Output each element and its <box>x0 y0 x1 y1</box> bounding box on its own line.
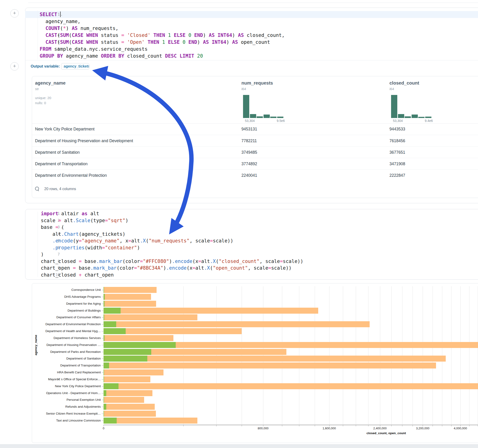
column-header-closed-count[interactable]: closed_count <box>390 81 419 86</box>
bar-closed-count[interactable] <box>104 390 152 396</box>
bar-closed-count[interactable] <box>104 397 144 403</box>
search-icon[interactable] <box>35 187 39 191</box>
bar-open-count[interactable] <box>104 287 104 293</box>
bar-open-count[interactable] <box>104 404 106 410</box>
bar-closed-count[interactable] <box>104 404 155 410</box>
code-text: .properties(width="container") <box>41 244 140 251</box>
histogram-bar <box>243 95 249 118</box>
column-dtype-closed-count: i64 <box>390 87 394 91</box>
python-gutter-separator <box>38 212 38 277</box>
code-line[interactable]: 8chart_closed = base.mark_bar(color="#FF… <box>25 258 478 265</box>
bar-open-count[interactable] <box>104 369 104 375</box>
code-line[interactable]: 7) <box>25 251 478 258</box>
bar-closed-count[interactable] <box>104 411 156 417</box>
x-axis-line <box>104 425 478 425</box>
bar-open-count[interactable] <box>104 349 151 355</box>
bar-closed-count[interactable] <box>104 308 318 314</box>
page-bottom-band <box>0 444 478 448</box>
sql-code-editor[interactable]: 1⌄SELECT 2 agency_name,3 COUNT(*) AS num… <box>25 11 478 60</box>
code-line[interactable]: 2scale = alt.Scale(type="sqrt") <box>25 217 478 224</box>
bar-open-count[interactable] <box>104 376 104 382</box>
y-axis-label: Operations Unit - Department of Hom… <box>32 391 101 395</box>
code-line[interactable]: 3⌄base = ( <box>25 224 478 231</box>
cell-closed-count: 3471908 <box>390 158 405 170</box>
bar-open-count[interactable] <box>104 383 119 389</box>
bar-open-count[interactable] <box>104 335 104 341</box>
bar-open-count[interactable] <box>104 397 104 403</box>
bar-open-count[interactable] <box>104 301 104 307</box>
bar-closed-count[interactable] <box>104 335 173 341</box>
code-line[interactable]: 5 .encode(y="agency_name", x=alt.X("num_… <box>25 237 478 244</box>
code-line[interactable]: 4 alt.Chart(agency_tickets) <box>25 231 478 238</box>
bar-closed-count[interactable] <box>104 383 478 389</box>
python-code-editor[interactable]: 1import altair as alt2scale = alt.Scale(… <box>25 210 478 278</box>
code-line[interactable]: 6 .properties(width="container") <box>25 244 478 251</box>
bar-closed-count[interactable] <box>104 314 197 320</box>
y-tick <box>102 324 103 324</box>
histogram-min-num-requests: 53,304 <box>245 119 255 123</box>
y-axis-label: Department of Homeless Services <box>32 336 101 340</box>
bar-open-count[interactable] <box>104 308 121 314</box>
bar-open-count[interactable] <box>104 417 117 423</box>
cell-num-requests: 3774892 <box>241 158 257 170</box>
fold-chevron-icon[interactable]: ⌄ <box>60 11 63 18</box>
table-row[interactable]: Department of Sanitation37494853677651 <box>32 146 478 158</box>
code-line[interactable]: 1import altair as alt <box>25 210 478 217</box>
table-row[interactable]: Department of Housing Preservation and D… <box>32 135 478 147</box>
code-line[interactable]: 10chart_closed + chart_open <box>25 272 478 278</box>
add-cell-button-output[interactable]: + <box>10 62 19 70</box>
bar-closed-count[interactable] <box>104 376 150 382</box>
bar-open-count[interactable] <box>104 390 106 396</box>
y-axis-label: Department of Transportation <box>32 364 101 367</box>
bar-open-count[interactable] <box>104 321 116 327</box>
y-tick <box>102 352 103 352</box>
code-text: chart_closed + chart_open <box>41 272 114 278</box>
x-axis-tick-label: 4,000,000 <box>454 427 467 430</box>
code-text: CAST(SUM(CASE WHEN status = 'Open' THEN … <box>40 39 270 46</box>
code-line[interactable]: 2 agency_name, <box>25 18 478 25</box>
code-line[interactable]: 1⌄SELECT <box>25 11 478 18</box>
bar-open-count[interactable] <box>104 411 104 417</box>
bar-closed-count[interactable] <box>104 294 151 300</box>
bar-open-count[interactable] <box>104 356 147 361</box>
bar-open-count[interactable] <box>104 314 104 320</box>
code-line[interactable]: 3 COUNT(*) AS num_requests, <box>25 25 478 32</box>
cell-num-requests: 2240041 <box>241 170 257 181</box>
output-variable-pill[interactable]: agency_tickets <box>61 63 89 70</box>
histogram-min-closed-count: 53,304 <box>393 119 403 123</box>
cell-closed-count: 7618456 <box>390 135 405 147</box>
code-text: scale = alt.Scale(type="sqrt") <box>41 217 128 224</box>
histogram-bar <box>391 95 397 118</box>
table-row[interactable]: Department of Transportation377489234719… <box>32 158 478 170</box>
bar-open-count[interactable] <box>104 362 109 368</box>
bar-closed-count[interactable] <box>104 369 164 375</box>
column-header-num-requests[interactable]: num_requests <box>241 81 273 86</box>
code-line[interactable]: 9chart_open = base.mark_bar(color="#8BC3… <box>25 265 478 272</box>
column-header-agency-name[interactable]: agency_name <box>35 81 65 86</box>
code-line[interactable]: 7GROUP BY agency_name ORDER BY closed_co… <box>25 53 478 59</box>
cell-closed-count: 9443533 <box>390 123 405 135</box>
bar-closed-count[interactable] <box>104 287 157 293</box>
histogram-bar <box>257 116 263 118</box>
bar-closed-count[interactable] <box>104 362 436 368</box>
histogram-bar <box>418 117 425 118</box>
code-text: alt.Chart(agency_tickets) <box>41 231 126 238</box>
bar-open-count[interactable] <box>104 328 126 334</box>
code-line[interactable]: 6FROM sample_data.nyc.service_requests <box>25 46 478 53</box>
code-line[interactable]: 4 CAST(SUM(CASE WHEN status = 'Closed' T… <box>25 32 478 39</box>
bar-open-count[interactable] <box>104 294 105 300</box>
code-text: chart_open = base.mark_bar(color="#8BC34… <box>41 265 291 272</box>
bar-open-count[interactable] <box>104 342 176 348</box>
histogram-closed-count <box>391 95 432 118</box>
table-row[interactable]: New York City Police Department945313194… <box>32 123 478 135</box>
table-row[interactable]: Department of Environmental Protection22… <box>32 169 478 181</box>
y-tick <box>102 297 103 297</box>
notebook-page: + 1⌄SELECT 2 agency_name,3 COUNT(*) AS n… <box>0 0 478 448</box>
add-cell-button-top[interactable]: + <box>10 9 19 18</box>
y-tick <box>102 407 103 407</box>
bar-closed-count[interactable] <box>104 417 197 423</box>
code-line[interactable]: 5 CAST(SUM(CASE WHEN status = 'Open' THE… <box>25 39 478 46</box>
bar-closed-count[interactable] <box>104 321 370 327</box>
bar-closed-count[interactable] <box>104 301 156 307</box>
bar-closed-count[interactable] <box>104 356 446 361</box>
